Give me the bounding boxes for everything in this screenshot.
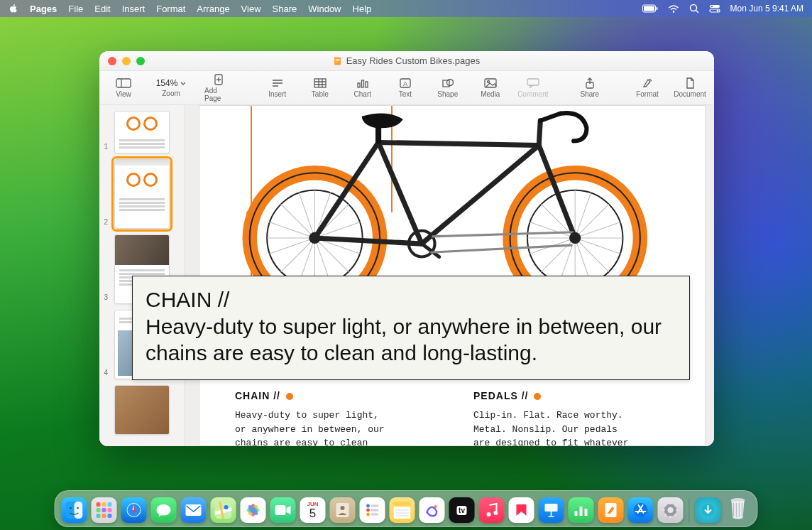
media-icon: [483, 77, 498, 89]
svg-line-68: [540, 114, 561, 121]
page-thumbnail-1[interactable]: 1: [114, 111, 170, 153]
menu-bar-left: Pages File Edit Insert Format Arrange Vi…: [9, 4, 371, 14]
dock-finder-icon[interactable]: [62, 497, 87, 523]
toolbar-table-label: Table: [312, 90, 329, 98]
dock-calendar-icon[interactable]: JUN5: [300, 497, 326, 523]
svg-rect-32: [443, 80, 449, 87]
dock-reminders-icon[interactable]: [360, 497, 385, 523]
svg-point-35: [487, 81, 489, 83]
section-chain[interactable]: CHAIN // Heavy-duty to super light, or a…: [235, 390, 445, 446]
window-close-button[interactable]: [108, 57, 116, 65]
svg-line-71: [432, 232, 574, 237]
menu-window[interactable]: Window: [308, 4, 341, 14]
menu-edit[interactable]: Edit: [94, 4, 110, 14]
svg-point-93: [366, 504, 370, 508]
dock-appstore-icon[interactable]: [628, 497, 654, 523]
dock-contacts-icon[interactable]: [330, 497, 356, 523]
chart-icon: [355, 77, 371, 89]
section-chain-body: Heavy-duty to super light, or anywhere i…: [235, 409, 445, 446]
dock-maps-icon[interactable]: [211, 497, 236, 523]
dock-keynote-icon[interactable]: [539, 497, 564, 523]
page-number: 4: [104, 369, 109, 377]
battery-icon[interactable]: [642, 4, 658, 13]
dock-photos-icon[interactable]: [241, 497, 266, 523]
window-titlebar[interactable]: Easy Rides Custom Bikes.pages: [99, 51, 714, 71]
menu-format[interactable]: Format: [156, 4, 185, 14]
toolbar-shape-button[interactable]: Shape: [434, 77, 462, 98]
spotlight-search-icon[interactable]: [689, 4, 699, 13]
dock-news-icon[interactable]: [509, 497, 534, 523]
menu-bar-clock[interactable]: Mon Jun 5 9:41 AM: [730, 4, 803, 13]
zoom-level-control[interactable]: 154%: [156, 78, 187, 88]
svg-rect-110: [575, 511, 578, 516]
dock: JUN5 tv: [55, 490, 758, 527]
insert-icon: [270, 77, 285, 89]
menu-file[interactable]: File: [68, 4, 83, 14]
toolbar-chart-button[interactable]: Chart: [349, 77, 377, 98]
document-proxy-icon[interactable]: [334, 57, 342, 65]
menu-app-name[interactable]: Pages: [30, 4, 57, 14]
dock-notes-icon[interactable]: [390, 497, 415, 523]
toolbar-document-button[interactable]: Document: [676, 77, 704, 98]
toolbar-share-button[interactable]: Share: [576, 77, 604, 98]
toolbar-media-label: Media: [481, 90, 500, 98]
toolbar-add-page-label: Add Page: [204, 87, 233, 102]
feature-sections: CHAIN // Heavy-duty to super light, or a…: [235, 390, 684, 446]
toolbar-zoom[interactable]: 154% Zoom: [152, 78, 190, 97]
dock-mail-icon[interactable]: [181, 497, 207, 523]
control-center-icon[interactable]: [709, 4, 720, 13]
share-icon: [582, 77, 598, 89]
dock-tv-icon[interactable]: tv: [449, 497, 475, 523]
dock-calendar-day: 5: [309, 507, 316, 519]
dock-freeform-icon[interactable]: [419, 497, 445, 523]
wifi-icon[interactable]: [668, 4, 679, 13]
dock-safari-icon[interactable]: [121, 497, 147, 523]
window-zoom-button[interactable]: [136, 57, 145, 65]
apple-menu-icon[interactable]: [9, 4, 18, 13]
toolbar-view-button[interactable]: View: [109, 77, 138, 98]
menu-bar: Pages File Edit Insert Format Arrange Vi…: [0, 0, 812, 17]
dock-numbers-icon[interactable]: [569, 497, 594, 523]
svg-point-114: [634, 503, 648, 517]
toolbar-view-label: View: [116, 90, 131, 98]
svg-point-3: [672, 11, 674, 12]
dock-pages-icon[interactable]: [598, 497, 624, 523]
menu-arrange[interactable]: Arrange: [197, 4, 229, 14]
chevron-down-icon: [180, 82, 186, 85]
hover-text-body: Heavy-duty to super light, or anywhere i…: [146, 313, 676, 367]
toolbar-table-button[interactable]: Table: [306, 77, 334, 98]
svg-rect-28: [361, 80, 363, 87]
menu-share[interactable]: Share: [273, 4, 297, 14]
toolbar-text-button[interactable]: A Text: [391, 77, 419, 98]
comment-icon: [525, 77, 541, 89]
menu-insert[interactable]: Insert: [122, 4, 146, 14]
toolbar-media-button[interactable]: Media: [476, 77, 505, 98]
dock-music-icon[interactable]: [479, 497, 505, 523]
dock-downloads-icon[interactable]: [696, 497, 721, 523]
toolbar-add-page-button[interactable]: Add Page: [204, 74, 233, 102]
dock-launchpad-icon[interactable]: [92, 497, 117, 523]
dock-settings-icon[interactable]: [658, 497, 684, 523]
toolbar-format-button[interactable]: Format: [633, 77, 662, 98]
svg-rect-111: [580, 507, 583, 516]
page-thumbnail-2[interactable]: 2: [114, 159, 170, 229]
svg-line-65: [539, 146, 575, 238]
menu-view[interactable]: View: [241, 4, 261, 14]
toolbar-document-label: Document: [674, 90, 706, 98]
page-thumbnail-5[interactable]: [114, 385, 170, 435]
svg-rect-13: [335, 62, 338, 63]
svg-line-123: [675, 504, 676, 506]
toolbar-comment-button: Comment: [519, 77, 547, 98]
menu-help[interactable]: Help: [353, 4, 372, 14]
dock-trash-icon[interactable]: [725, 494, 751, 523]
toolbar-format-label: Format: [636, 90, 659, 98]
svg-point-4: [690, 5, 696, 11]
dock-messages-icon[interactable]: [151, 497, 177, 523]
dock-facetime-icon[interactable]: [270, 497, 296, 523]
svg-rect-27: [358, 83, 360, 87]
section-pedals[interactable]: PEDALS // Clip-in. Flat. Race worthy. Me…: [473, 390, 684, 446]
svg-rect-107: [545, 504, 558, 512]
toolbar-insert-button[interactable]: Insert: [263, 77, 292, 98]
window-minimize-button[interactable]: [122, 57, 131, 65]
svg-point-92: [341, 506, 345, 510]
